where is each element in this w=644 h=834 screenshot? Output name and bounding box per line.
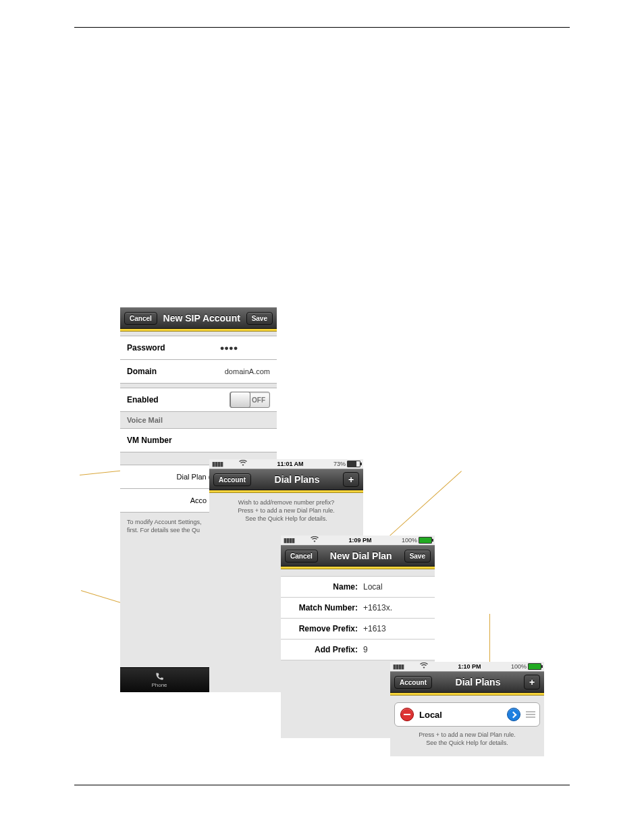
nav-bar: Account Dial Plans + — [209, 469, 363, 490]
nav-title: New Dial Plan — [318, 550, 404, 561]
row-label: Acco — [190, 496, 207, 504]
dial-plan-name: Local — [419, 710, 507, 720]
nav-title: Dial Plans — [432, 677, 524, 687]
add-button[interactable]: + — [343, 472, 359, 487]
field-label: Domain — [127, 367, 188, 376]
tab-label: Phone — [151, 682, 167, 688]
empty-hint: Wish to add/remove number prefix? Press … — [209, 493, 363, 533]
accent-bar — [120, 329, 277, 332]
status-time: 1:09 PM — [319, 537, 402, 544]
battery-icon — [528, 663, 541, 670]
cancel-button[interactable]: Cancel — [285, 550, 318, 563]
field-label: Remove Prefix: — [290, 624, 358, 633]
delete-icon[interactable] — [400, 708, 414, 721]
tab-phone[interactable]: Phone — [120, 668, 198, 692]
field-label: Add Prefix: — [290, 645, 358, 654]
save-button[interactable]: Save — [404, 550, 431, 563]
form-group-enabled: Enabled OFF — [120, 388, 277, 412]
status-time: 11:01 AM — [247, 461, 333, 467]
signal-icon: ▮▮▮▮ — [393, 663, 404, 670]
callout-line — [489, 614, 491, 667]
field-label: Match Number: — [290, 603, 358, 613]
nav-title: Dial Plans — [251, 474, 343, 485]
status-bar: ▮▮▮▮ 11:01 AM 73% — [209, 459, 363, 469]
field-label: VM Number — [127, 436, 188, 445]
row-match-number[interactable]: Match Number: +1613x. — [281, 598, 435, 619]
field-label: Enabled — [127, 395, 188, 405]
row-domain[interactable]: Domain domainA.com — [120, 360, 277, 384]
enabled-toggle[interactable]: OFF — [230, 392, 270, 408]
field-label: Name: — [290, 582, 358, 592]
detail-disclosure-icon[interactable] — [507, 708, 520, 721]
add-button[interactable]: + — [524, 675, 540, 689]
header-rule — [74, 27, 570, 28]
nav-bar: Account Dial Plans + — [390, 671, 544, 693]
battery-percent: 100% — [511, 663, 527, 670]
field-value: Local — [363, 582, 383, 592]
toggle-knob — [230, 392, 250, 408]
signal-icon: ▮▮▮▮ — [284, 537, 294, 544]
dial-plan-row[interactable]: Local — [394, 702, 540, 727]
row-password[interactable]: Password ●●●● — [120, 336, 277, 360]
field-label: Password — [127, 343, 188, 353]
phone-icon — [154, 672, 165, 681]
wifi-icon — [420, 662, 428, 671]
back-button[interactable]: Account — [213, 473, 251, 486]
status-time: 1:10 PM — [428, 663, 511, 670]
row-add-prefix[interactable]: Add Prefix: 9 — [281, 640, 435, 660]
section-voicemail: Voice Mail — [120, 412, 277, 429]
form-group-credentials: Password ●●●● Domain domainA.com — [120, 336, 277, 384]
row-name[interactable]: Name: Local — [281, 576, 435, 598]
nav-title: New SIP Account — [157, 313, 246, 323]
battery-percent: 73% — [333, 461, 346, 467]
battery-icon — [347, 461, 360, 467]
nav-bar: Cancel New Dial Plan Save — [281, 545, 435, 567]
footer-rule — [74, 785, 570, 785]
signal-icon: ▮▮▮▮ — [212, 461, 223, 467]
battery-percent: 100% — [402, 537, 417, 544]
field-value: domainA.com — [188, 367, 270, 375]
wifi-icon — [311, 536, 319, 544]
field-value: +1613x. — [363, 603, 392, 613]
battery-icon — [419, 537, 432, 544]
row-remove-prefix[interactable]: Remove Prefix: +1613 — [281, 619, 435, 640]
wifi-icon — [239, 460, 247, 468]
back-button[interactable]: Account — [394, 676, 432, 689]
toggle-off-label: OFF — [252, 396, 265, 404]
row-vm-number[interactable]: VM Number — [120, 429, 277, 452]
cancel-button[interactable]: Cancel — [124, 312, 157, 325]
nav-bar: Cancel New SIP Account Save — [120, 307, 277, 329]
status-bar: ▮▮▮▮ 1:09 PM 100% — [281, 536, 435, 545]
row-enabled: Enabled OFF — [120, 388, 277, 412]
save-button[interactable]: Save — [246, 312, 273, 325]
field-value: ●●●● — [188, 344, 270, 352]
reorder-handle-icon[interactable] — [526, 711, 535, 718]
field-value: +1613 — [363, 624, 386, 633]
field-value: 9 — [363, 645, 368, 654]
status-bar: ▮▮▮▮ 1:10 PM 100% — [390, 662, 544, 671]
accent-bar — [390, 693, 544, 696]
phone-dial-plans-list: ▮▮▮▮ 1:10 PM 100% Account Dial Plans + L… — [390, 662, 544, 756]
list-hint: Press + to add a new Dial Plan rule. See… — [390, 727, 544, 756]
